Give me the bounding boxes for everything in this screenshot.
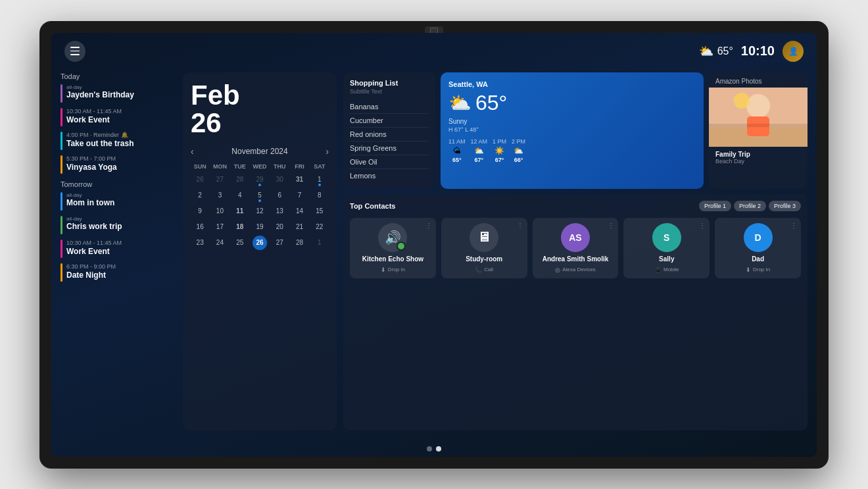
event-workevent1[interactable]: 10:30 AM - 11:45 AM Work Event [60, 108, 178, 126]
cal-day[interactable]: 2 [193, 188, 207, 203]
cal-day[interactable]: 4 [233, 188, 247, 203]
cal-day[interactable]: 18 [233, 220, 247, 234]
agenda-panel: Today all-day Jayden's Birthday [60, 72, 178, 430]
cal-day[interactable]: 1 [312, 236, 327, 250]
contact-action-sally[interactable]: 📱 Mobile [654, 267, 679, 273]
contact-avatar-kitchen: 🔊 [378, 223, 407, 252]
cal-day[interactable]: 11 [233, 204, 247, 219]
page-dot-1[interactable] [427, 446, 432, 451]
cal-day[interactable]: 26 [193, 172, 207, 187]
cal-day[interactable]: 20 [272, 220, 287, 234]
profile-tab-3[interactable]: Profile 3 [769, 201, 801, 211]
contact-sally[interactable]: ⋮ S Sally 📱 Mobile [623, 218, 710, 278]
event-mom[interactable]: all-day Mom in town [60, 192, 178, 211]
cal-next-button[interactable]: › [326, 146, 329, 157]
contact-dots-5[interactable]: ⋮ [790, 222, 797, 229]
contact-action-andrea[interactable]: ◎ Alexa Devices [555, 267, 596, 273]
weather-temp-display: ⛅ 65° [448, 91, 696, 115]
weather-high: H 67° [448, 126, 464, 133]
cal-day[interactable]: 7 [293, 188, 307, 203]
cal-header-sat: SAT [310, 162, 329, 171]
call-icon: 📞 [475, 267, 482, 273]
cal-day[interactable]: 25 [233, 236, 247, 250]
cal-day[interactable]: 9 [193, 204, 207, 219]
forecast-time-2: 12 AM [471, 138, 488, 145]
page-dot-2[interactable] [436, 446, 441, 451]
event-time-trash: 4:00 PM · Reminder 🔔 [66, 132, 133, 139]
mobile-icon: 📱 [654, 267, 662, 273]
event-title-chris: Chris work trip [66, 222, 122, 231]
photos-widget: Amazon Photos [709, 72, 808, 189]
cal-day[interactable]: 15 [312, 204, 327, 219]
cal-day[interactable]: 31 [293, 172, 307, 187]
cal-day[interactable]: 28 [293, 236, 307, 250]
contact-dots-1[interactable]: ⋮ [425, 222, 432, 229]
cal-day[interactable]: 21 [293, 220, 307, 234]
cal-day-today[interactable]: 26 [253, 236, 267, 250]
event-workevent2[interactable]: 10:30 AM - 11:45 AM Work Event [60, 240, 178, 258]
cal-day[interactable]: 23 [193, 236, 207, 250]
user-avatar[interactable]: 👤 [783, 41, 804, 62]
contact-andrea[interactable]: ⋮ AS Andrea Smith Smolik ◎ Alexa Devices [533, 218, 619, 278]
photo-image[interactable] [709, 88, 808, 147]
right-panels: Shopping List Subtitle Text Bananas Cucu… [343, 72, 808, 430]
cal-day[interactable]: 1 [312, 172, 327, 187]
cal-day[interactable]: 6 [272, 188, 287, 203]
event-trash[interactable]: 4:00 PM · Reminder 🔔 Take out the trash [60, 132, 178, 150]
cal-day[interactable]: 8 [312, 188, 327, 203]
cal-day[interactable]: 28 [233, 172, 247, 187]
cal-day[interactable]: 27 [272, 236, 287, 250]
shopping-item-cucumber[interactable]: Cucumber [350, 114, 429, 128]
shopping-item-bananas[interactable]: Bananas [350, 100, 429, 114]
forecast-time-4: 2 PM [512, 138, 525, 145]
event-yoga[interactable]: 5:30 PM - 7:00 PM Vinyasa Yoga [60, 155, 178, 174]
cal-header-fri: FRI [290, 162, 308, 171]
svg-rect-5 [709, 124, 808, 127]
cal-day[interactable]: 3 [212, 188, 227, 203]
cal-day[interactable]: 17 [212, 220, 227, 234]
cal-day[interactable]: 5 [253, 188, 267, 203]
cal-header-thu: THU [270, 162, 289, 171]
event-datenight[interactable]: 6:30 PM - 9:00 PM Date Night [60, 263, 178, 282]
cal-prev-button[interactable]: ‹ [191, 146, 194, 157]
shopping-item-redonions[interactable]: Red onions [350, 128, 429, 142]
contact-dad[interactable]: ⋮ D Dad ⬇ Drop In [715, 218, 801, 278]
cal-day[interactable]: 12 [253, 204, 267, 219]
contact-action-kitchen[interactable]: ⬇ Drop In [381, 267, 405, 273]
shopping-item-oliveoil[interactable]: Olive Oil [350, 155, 429, 169]
svg-point-4 [734, 93, 750, 109]
today-label: Today [60, 72, 178, 80]
contact-action-dad[interactable]: ⬇ Drop In [746, 267, 770, 273]
cal-day[interactable]: 29 [253, 172, 267, 187]
cal-day[interactable]: 30 [272, 172, 287, 187]
menu-button[interactable] [64, 41, 85, 62]
cal-day-big: 26 [191, 109, 329, 137]
cal-day[interactable]: 16 [193, 220, 207, 234]
profile-tab-2[interactable]: Profile 2 [734, 201, 766, 211]
cal-day[interactable]: 27 [212, 172, 227, 187]
cal-day[interactable]: 19 [253, 220, 267, 234]
shopping-title: Shopping List [350, 79, 429, 87]
event-time-work1: 10:30 AM - 11:45 AM [66, 108, 122, 115]
cal-day[interactable]: 10 [212, 204, 227, 219]
event-title-work2: Work Event [66, 247, 122, 256]
contact-studyroom[interactable]: ⋮ 🖥 Study-room 📞 Call [441, 218, 527, 278]
event-jayden[interactable]: all-day Jayden's Birthday [60, 84, 178, 103]
contact-action-label-sally: Mobile [663, 267, 679, 272]
contact-dots-3[interactable]: ⋮ [608, 222, 614, 229]
shopping-item-springgreens[interactable]: Spring Greens [350, 142, 429, 155]
profile-tab-1[interactable]: Profile 1 [699, 201, 731, 211]
cal-day[interactable]: 24 [212, 236, 227, 250]
event-chris[interactable]: all-day Chris work trip [60, 216, 178, 234]
contact-dots-4[interactable]: ⋮ [699, 222, 706, 229]
contact-dots-2[interactable]: ⋮ [517, 222, 523, 229]
calendar-panel: Feb 26 ‹ November 2024 › SUN MON TUE WED… [183, 72, 337, 430]
contacts-list: ⋮ 🔊 Kitchen Echo Show ⬇ Drop In ⋮ 🖥 [350, 218, 801, 278]
contact-action-studyroom[interactable]: 📞 Call [475, 267, 493, 273]
cal-day[interactable]: 22 [312, 220, 327, 234]
shopping-item-lemons[interactable]: Lemons [350, 169, 429, 182]
cal-day[interactable]: 14 [293, 204, 307, 219]
contact-kitchen-echo[interactable]: ⋮ 🔊 Kitchen Echo Show ⬇ Drop In [350, 218, 436, 278]
cal-day[interactable]: 13 [272, 204, 287, 219]
forecast-2pm: 2 PM ⛅ 66° [512, 138, 525, 163]
